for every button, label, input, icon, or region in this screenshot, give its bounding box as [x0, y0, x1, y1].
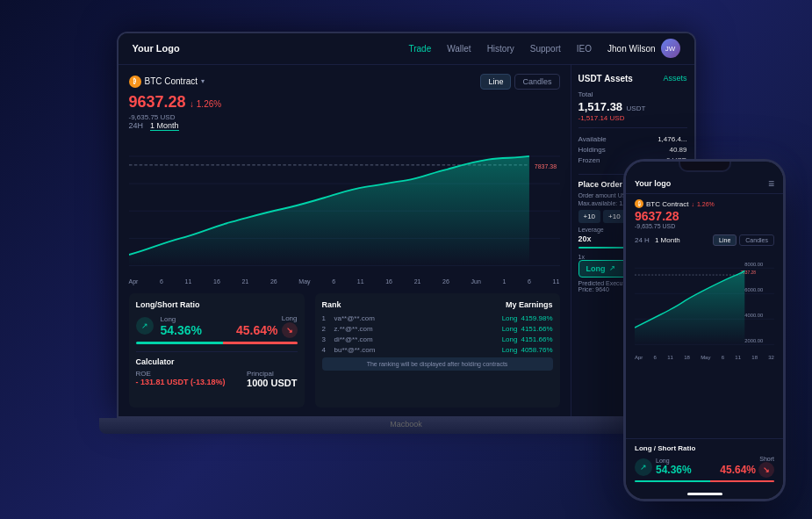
short-percentage: 45.64% ↘ — [236, 322, 297, 338]
available-label: Available — [578, 135, 607, 143]
frozen-label: Frozen — [578, 156, 600, 164]
phone-ratio-bar — [635, 480, 774, 482]
rank-type-2: Long — [502, 325, 518, 333]
phone-coin-name-row: ₿ BTC Contract ↓ 1.26% — [635, 199, 774, 208]
holdings-row: Holdings 40.89 — [578, 146, 687, 154]
1month-button[interactable]: 1 Month — [150, 121, 179, 131]
plus10-button-1[interactable]: +10 — [578, 210, 601, 223]
laptop-screen: Your Logo Trade Wallet History Support I… — [117, 32, 696, 418]
hamburger-icon[interactable]: ≡ — [768, 177, 774, 190]
trend-down-icon: ↘ — [282, 322, 298, 338]
phone-candles-btn[interactable]: Candles — [739, 234, 774, 246]
laptop-base — [99, 418, 714, 434]
rank-num-4: 4 — [322, 346, 331, 354]
rank-row-3: 3 di**@**.com Long 4151.66% — [322, 335, 553, 343]
main-content: ₿ BTC Contract ▾ Line Candles 9637.28 ↓ … — [119, 65, 694, 416]
nav-user-name: Jhon Wilson — [607, 44, 655, 54]
phone-device: Your logo ≡ ₿ BTC Contract ↓ 1.26% 9637.… — [623, 159, 786, 501]
rank-type-1: Long — [502, 314, 518, 322]
holdings-value: 40.89 — [669, 146, 686, 154]
chart-x-axis: Apr 6 11 16 21 26 May 6 11 16 21 26 Jun … — [129, 277, 560, 286]
short-label: Long — [236, 314, 297, 322]
nav-ieo[interactable]: IEO — [577, 44, 592, 54]
assets-header: USDT Assets Assets — [578, 74, 687, 83]
earnings-label: My Earnings — [506, 300, 553, 309]
nav-wallet[interactable]: Wallet — [447, 44, 471, 54]
phone-price-chart: 8000.00 6000.00 4000.00 2000.00 7837.28 — [635, 251, 774, 353]
coin-selector[interactable]: ₿ BTC Contract ▾ — [129, 76, 205, 88]
phone-price: 9637.28 — [635, 209, 774, 223]
phone-ratio-section: Long / Short Ratio ↗ Long 54.36% Short 4… — [626, 438, 783, 487]
rank-value-2: 4151.66% — [521, 325, 552, 333]
24h-button[interactable]: 24H — [129, 121, 144, 130]
long-section: ↗ Long 54.36% — [136, 315, 202, 337]
x-label-apr: Apr — [129, 278, 139, 285]
avatar: JW — [661, 39, 680, 58]
price-chart: 8000 7500 7000 6500 6000 7837.38 — [129, 134, 560, 277]
svg-text:8000.00: 8000.00 — [744, 262, 763, 267]
calculator-section: Calculator ROE - 131.81 USDT (-13.18%) P… — [136, 351, 298, 388]
available-row: Available 1,476.4... — [578, 135, 687, 143]
chart-header: ₿ BTC Contract ▾ Line Candles — [129, 74, 560, 90]
rank-value-3: 4151.66% — [521, 335, 552, 343]
candles-chart-button[interactable]: Candles — [514, 74, 559, 90]
x-label-m16: 16 — [385, 278, 392, 285]
rank-row-2: 2 z.**@**.com Long 4151.66% — [322, 325, 553, 333]
long-percentage: 54.36% — [161, 323, 202, 337]
chart-panel: ₿ BTC Contract ▾ Line Candles 9637.28 ↓ … — [119, 65, 571, 416]
price-usd: -9,635.75 USD — [129, 113, 560, 121]
trend-up-icon: ↗ — [136, 317, 154, 335]
roe-value: - 131.81 USDT (-13.18%) — [136, 378, 226, 386]
rank-row-4: 4 bu**@**.com Long 4058.76% — [322, 346, 553, 354]
phone-price-change: 1.26% — [697, 201, 715, 207]
phone-price-arrow-icon: ↓ — [691, 201, 694, 207]
rank-user-1: va**@**.com — [334, 314, 502, 322]
rank-header: Rank My Earnings — [322, 300, 553, 309]
phone-logo: Your logo — [635, 179, 671, 188]
rank-panel: Rank My Earnings 1 va**@**.com Long 4159… — [315, 293, 560, 407]
rank-label: Rank — [322, 300, 341, 309]
phone-trend-down-icon: ↘ — [758, 462, 774, 478]
phone-1month-btn[interactable]: 1 Month — [655, 236, 680, 244]
svg-text:7837.38: 7837.38 — [534, 162, 556, 169]
nav-support[interactable]: Support — [530, 44, 561, 54]
rank-num-1: 1 — [322, 314, 331, 322]
x-label-j11: 11 — [553, 278, 560, 285]
long-btn-label: Long — [586, 264, 606, 273]
rank-num-2: 2 — [322, 325, 331, 333]
rank-user-2: z.**@**.com — [334, 325, 502, 333]
line-chart-button[interactable]: Line — [480, 74, 511, 90]
ratio-title: Long/Short Ratio — [136, 300, 298, 309]
x-label-m6: 6 — [332, 278, 335, 285]
x-label-16: 16 — [213, 278, 220, 285]
x-label-21: 21 — [241, 278, 248, 285]
rank-user-4: bu**@**.com — [334, 346, 502, 354]
nav-trade[interactable]: Trade — [408, 44, 431, 54]
usdt-label: USDT — [627, 105, 646, 112]
x-label-may: May — [298, 278, 310, 285]
phone-24h-btn[interactable]: 24 H — [635, 236, 650, 244]
x-label-m26: 26 — [442, 278, 449, 285]
rank-notice-text: The ranking will be displayed after hold… — [327, 361, 548, 367]
calc-title: Calculator — [136, 357, 298, 366]
assets-link[interactable]: Assets — [663, 74, 686, 83]
total-value: 1,517.38 — [578, 100, 623, 113]
phone-line-btn[interactable]: Line — [713, 234, 737, 246]
rank-num-3: 3 — [322, 335, 331, 343]
phone-long-pct: 54.36% — [656, 464, 692, 476]
price-display: 9637.28 ↓ 1.26% — [129, 93, 560, 112]
ratio-bar — [136, 342, 298, 344]
nav-links: Trade Wallet History Support IEO — [408, 44, 592, 54]
rank-type-3: Long — [502, 335, 518, 343]
principal-label: Principal — [247, 370, 297, 378]
coin-name: BTC Contract — [145, 76, 198, 86]
plus10-button-2[interactable]: +10 — [603, 210, 626, 223]
nav-history[interactable]: History — [487, 44, 514, 54]
phone-home-indicator — [687, 493, 722, 495]
x-label-6: 6 — [160, 278, 163, 285]
ratio-panel: Long/Short Ratio ↗ Long 54.36% — [129, 293, 305, 407]
total-change: -1,517.14 USD — [578, 114, 687, 122]
phone-ratio-title: Long / Short Ratio — [635, 444, 774, 452]
svg-text:2000.00: 2000.00 — [744, 338, 763, 343]
phone-chart-area: 8000.00 6000.00 4000.00 2000.00 7837.28 — [626, 249, 783, 355]
